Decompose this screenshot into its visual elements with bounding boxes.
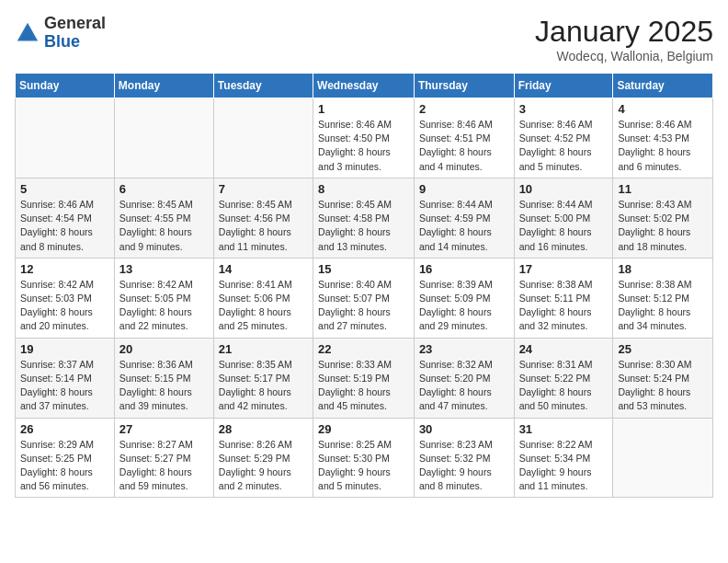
calendar-week-2: 5Sunrise: 8:46 AM Sunset: 4:54 PM Daylig… (16, 178, 713, 258)
day-info: Sunrise: 8:33 AM Sunset: 5:19 PM Dayligh… (318, 358, 409, 414)
calendar-cell (16, 98, 115, 178)
calendar-cell: 25Sunrise: 8:30 AM Sunset: 5:24 PM Dayli… (613, 338, 713, 418)
calendar-cell: 9Sunrise: 8:44 AM Sunset: 4:59 PM Daylig… (414, 178, 514, 258)
day-number: 9 (419, 182, 509, 196)
calendar-cell: 30Sunrise: 8:23 AM Sunset: 5:32 PM Dayli… (414, 418, 514, 498)
header-day-friday: Friday (514, 74, 613, 98)
calendar-cell: 4Sunrise: 8:46 AM Sunset: 4:53 PM Daylig… (613, 98, 713, 178)
calendar-week-3: 12Sunrise: 8:42 AM Sunset: 5:03 PM Dayli… (16, 258, 713, 338)
day-number: 11 (618, 182, 708, 196)
calendar-cell: 15Sunrise: 8:40 AM Sunset: 5:07 PM Dayli… (313, 258, 415, 338)
day-number: 23 (419, 342, 509, 356)
calendar-cell (114, 98, 213, 178)
day-info: Sunrise: 8:37 AM Sunset: 5:14 PM Dayligh… (20, 358, 109, 414)
day-info: Sunrise: 8:40 AM Sunset: 5:07 PM Dayligh… (318, 278, 409, 334)
calendar-cell: 12Sunrise: 8:42 AM Sunset: 5:03 PM Dayli… (16, 258, 115, 338)
calendar-cell: 14Sunrise: 8:41 AM Sunset: 5:06 PM Dayli… (213, 258, 313, 338)
calendar-cell: 24Sunrise: 8:31 AM Sunset: 5:22 PM Dayli… (514, 338, 613, 418)
day-info: Sunrise: 8:45 AM Sunset: 4:56 PM Dayligh… (219, 198, 308, 254)
day-info: Sunrise: 8:29 AM Sunset: 5:25 PM Dayligh… (20, 438, 109, 494)
day-info: Sunrise: 8:45 AM Sunset: 4:55 PM Dayligh… (119, 198, 209, 254)
header-day-sunday: Sunday (16, 74, 115, 98)
day-info: Sunrise: 8:38 AM Sunset: 5:12 PM Dayligh… (618, 278, 708, 334)
calendar-cell: 20Sunrise: 8:36 AM Sunset: 5:15 PM Dayli… (114, 338, 213, 418)
calendar-cell: 13Sunrise: 8:42 AM Sunset: 5:05 PM Dayli… (114, 258, 213, 338)
day-number: 22 (318, 342, 409, 356)
logo-icon (15, 20, 40, 46)
day-info: Sunrise: 8:22 AM Sunset: 5:34 PM Dayligh… (519, 438, 609, 494)
day-number: 16 (419, 262, 509, 276)
calendar-cell: 8Sunrise: 8:45 AM Sunset: 4:58 PM Daylig… (313, 178, 415, 258)
calendar-cell: 10Sunrise: 8:44 AM Sunset: 5:00 PM Dayli… (514, 178, 613, 258)
calendar-cell: 26Sunrise: 8:29 AM Sunset: 5:25 PM Dayli… (16, 418, 115, 498)
day-number: 20 (119, 342, 209, 356)
calendar-week-1: 1Sunrise: 8:46 AM Sunset: 4:50 PM Daylig… (16, 98, 713, 178)
day-info: Sunrise: 8:45 AM Sunset: 4:58 PM Dayligh… (318, 198, 409, 254)
day-info: Sunrise: 8:26 AM Sunset: 5:29 PM Dayligh… (219, 438, 308, 494)
day-info: Sunrise: 8:31 AM Sunset: 5:22 PM Dayligh… (519, 358, 609, 414)
day-info: Sunrise: 8:36 AM Sunset: 5:15 PM Dayligh… (119, 358, 209, 414)
calendar: SundayMondayTuesdayWednesdayThursdayFrid… (15, 73, 713, 498)
day-number: 24 (519, 342, 609, 356)
calendar-cell: 7Sunrise: 8:45 AM Sunset: 4:56 PM Daylig… (213, 178, 313, 258)
calendar-week-5: 26Sunrise: 8:29 AM Sunset: 5:25 PM Dayli… (16, 418, 713, 498)
day-number: 30 (419, 422, 509, 436)
calendar-header: SundayMondayTuesdayWednesdayThursdayFrid… (16, 74, 713, 98)
day-number: 13 (119, 262, 209, 276)
day-number: 15 (318, 262, 409, 276)
day-number: 7 (219, 182, 308, 196)
day-info: Sunrise: 8:25 AM Sunset: 5:30 PM Dayligh… (318, 438, 409, 494)
calendar-cell: 23Sunrise: 8:32 AM Sunset: 5:20 PM Dayli… (414, 338, 514, 418)
day-info: Sunrise: 8:42 AM Sunset: 5:03 PM Dayligh… (20, 278, 109, 334)
calendar-body: 1Sunrise: 8:46 AM Sunset: 4:50 PM Daylig… (16, 98, 713, 498)
logo-general: General (44, 14, 106, 32)
day-number: 6 (119, 182, 209, 196)
day-number: 2 (419, 102, 509, 116)
day-info: Sunrise: 8:41 AM Sunset: 5:06 PM Dayligh… (219, 278, 308, 334)
day-number: 19 (20, 342, 109, 356)
calendar-cell: 17Sunrise: 8:38 AM Sunset: 5:11 PM Dayli… (514, 258, 613, 338)
day-number: 26 (20, 422, 109, 436)
day-info: Sunrise: 8:43 AM Sunset: 5:02 PM Dayligh… (618, 198, 708, 254)
calendar-week-4: 19Sunrise: 8:37 AM Sunset: 5:14 PM Dayli… (16, 338, 713, 418)
calendar-cell: 5Sunrise: 8:46 AM Sunset: 4:54 PM Daylig… (16, 178, 115, 258)
calendar-cell: 19Sunrise: 8:37 AM Sunset: 5:14 PM Dayli… (16, 338, 115, 418)
calendar-cell: 3Sunrise: 8:46 AM Sunset: 4:52 PM Daylig… (514, 98, 613, 178)
logo-blue: Blue (44, 32, 80, 51)
day-info: Sunrise: 8:39 AM Sunset: 5:09 PM Dayligh… (419, 278, 509, 334)
header-day-tuesday: Tuesday (213, 74, 313, 98)
day-number: 8 (318, 182, 409, 196)
day-number: 17 (519, 262, 609, 276)
calendar-cell: 6Sunrise: 8:45 AM Sunset: 4:55 PM Daylig… (114, 178, 213, 258)
month-title: January 2025 (535, 15, 713, 49)
day-number: 31 (519, 422, 609, 436)
day-number: 4 (618, 102, 708, 116)
day-number: 3 (519, 102, 609, 116)
header-row: SundayMondayTuesdayWednesdayThursdayFrid… (16, 74, 713, 98)
location: Wodecq, Wallonia, Belgium (535, 49, 713, 63)
day-number: 14 (219, 262, 308, 276)
day-number: 29 (318, 422, 409, 436)
calendar-cell (213, 98, 313, 178)
header-day-thursday: Thursday (414, 74, 514, 98)
day-info: Sunrise: 8:42 AM Sunset: 5:05 PM Dayligh… (119, 278, 209, 334)
calendar-cell: 2Sunrise: 8:46 AM Sunset: 4:51 PM Daylig… (414, 98, 514, 178)
day-info: Sunrise: 8:46 AM Sunset: 4:52 PM Dayligh… (519, 118, 609, 174)
logo-text: General Blue (44, 15, 106, 52)
day-info: Sunrise: 8:35 AM Sunset: 5:17 PM Dayligh… (219, 358, 308, 414)
day-info: Sunrise: 8:46 AM Sunset: 4:51 PM Dayligh… (419, 118, 509, 174)
day-number: 28 (219, 422, 308, 436)
day-info: Sunrise: 8:44 AM Sunset: 4:59 PM Dayligh… (419, 198, 509, 254)
calendar-cell: 18Sunrise: 8:38 AM Sunset: 5:12 PM Dayli… (613, 258, 713, 338)
day-info: Sunrise: 8:32 AM Sunset: 5:20 PM Dayligh… (419, 358, 509, 414)
day-info: Sunrise: 8:30 AM Sunset: 5:24 PM Dayligh… (618, 358, 708, 414)
header-day-saturday: Saturday (613, 74, 713, 98)
day-number: 5 (20, 182, 109, 196)
calendar-cell: 27Sunrise: 8:27 AM Sunset: 5:27 PM Dayli… (114, 418, 213, 498)
day-number: 18 (618, 262, 708, 276)
day-number: 10 (519, 182, 609, 196)
day-info: Sunrise: 8:27 AM Sunset: 5:27 PM Dayligh… (119, 438, 209, 494)
calendar-cell: 29Sunrise: 8:25 AM Sunset: 5:30 PM Dayli… (313, 418, 415, 498)
day-info: Sunrise: 8:44 AM Sunset: 5:00 PM Dayligh… (519, 198, 609, 254)
calendar-cell: 22Sunrise: 8:33 AM Sunset: 5:19 PM Dayli… (313, 338, 415, 418)
